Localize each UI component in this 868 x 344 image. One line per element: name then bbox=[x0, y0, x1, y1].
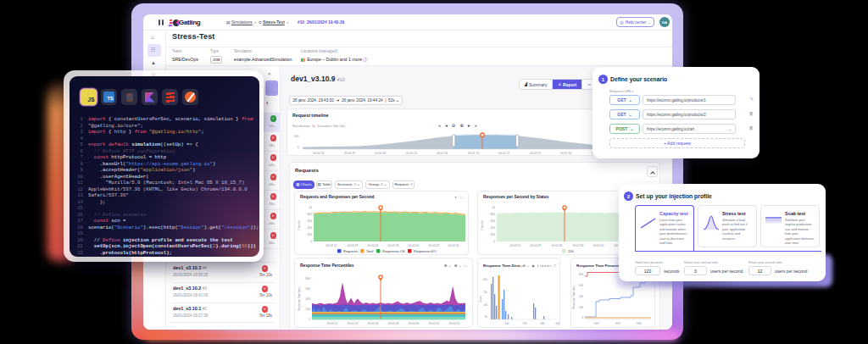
svg-text:400: 400 bbox=[307, 226, 312, 230]
svg-text:20k: 20k bbox=[483, 278, 487, 281]
svg-text:00:02:19: 00:02:19 bbox=[348, 244, 359, 247]
svg-text:00:02:26: 00:02:26 bbox=[368, 244, 379, 247]
svg-text:800: 800 bbox=[579, 273, 583, 276]
svg-text:400: 400 bbox=[490, 226, 495, 230]
svg-text:600: 600 bbox=[490, 219, 495, 223]
svg-text:600: 600 bbox=[305, 287, 310, 291]
svg-text:00:02:33: 00:02:33 bbox=[388, 244, 399, 247]
svg-text:00:02:12: 00:02:12 bbox=[326, 244, 337, 247]
svg-text:200: 200 bbox=[579, 306, 583, 309]
svg-text:00:02:47: 00:02:47 bbox=[429, 244, 440, 247]
svg-text:5k: 5k bbox=[485, 315, 488, 319]
svg-text:800: 800 bbox=[490, 213, 495, 216]
svg-text:00:02:33: 00:02:33 bbox=[573, 244, 584, 247]
svg-text:00:02:33: 00:02:33 bbox=[388, 322, 399, 325]
svg-text:800: 800 bbox=[307, 213, 312, 216]
svg-text:600: 600 bbox=[579, 284, 583, 287]
svg-text:480: 480 bbox=[540, 322, 544, 325]
svg-text:00:02:40: 00:02:40 bbox=[593, 244, 604, 247]
svg-text:00:02:54: 00:02:54 bbox=[449, 322, 460, 325]
svg-text:00:02:12: 00:02:12 bbox=[327, 322, 338, 325]
svg-text:640: 640 bbox=[555, 322, 559, 325]
svg-text:0: 0 bbox=[581, 316, 583, 319]
svg-text:800: 800 bbox=[305, 277, 310, 280]
svg-text:200: 200 bbox=[307, 233, 312, 236]
svg-text:Count/s: Count/s bbox=[298, 220, 301, 230]
svg-text:Count/s: Count/s bbox=[481, 220, 484, 230]
svg-text:320: 320 bbox=[522, 322, 526, 325]
svg-text:200: 200 bbox=[490, 233, 495, 236]
svg-text:Responses OK: Responses OK bbox=[382, 249, 405, 253]
svg-text:200: 200 bbox=[568, 249, 574, 253]
svg-text:Responses KO: Responses KO bbox=[414, 249, 437, 253]
svg-text:Response Time (ms): Response Time (ms) bbox=[298, 287, 301, 311]
svg-text:15k: 15k bbox=[483, 291, 487, 294]
svg-text:1k: 1k bbox=[309, 206, 313, 209]
svg-text:200: 200 bbox=[305, 308, 310, 311]
svg-text:00:02:26: 00:02:26 bbox=[552, 244, 563, 247]
svg-text:90%: 90% bbox=[594, 322, 599, 325]
svg-text:Total: Total bbox=[366, 249, 374, 253]
svg-text:00:02:40: 00:02:40 bbox=[409, 244, 420, 247]
svg-text:00:02:26: 00:02:26 bbox=[368, 322, 379, 325]
svg-text:400: 400 bbox=[305, 297, 310, 301]
svg-text:0: 0 bbox=[309, 318, 310, 321]
svg-text:Response Time (ms): Response Time (ms) bbox=[572, 286, 576, 309]
svg-text:00:02:12: 00:02:12 bbox=[510, 244, 521, 247]
svg-text:0: 0 bbox=[493, 240, 495, 243]
svg-text:99%: 99% bbox=[637, 322, 642, 325]
svg-text:95%: 95% bbox=[615, 322, 620, 325]
svg-text:00:02:40: 00:02:40 bbox=[409, 322, 420, 325]
svg-text:00:02:19: 00:02:19 bbox=[531, 244, 542, 247]
svg-text:10k: 10k bbox=[483, 303, 487, 307]
svg-text:00:02:54: 00:02:54 bbox=[448, 244, 459, 247]
svg-text:0: 0 bbox=[310, 240, 312, 243]
svg-text:400: 400 bbox=[579, 295, 583, 298]
svg-text:00:02:47: 00:02:47 bbox=[429, 322, 440, 325]
svg-text:00:02:19: 00:02:19 bbox=[348, 322, 359, 325]
svg-text:1k: 1k bbox=[492, 206, 496, 209]
svg-text:160: 160 bbox=[504, 322, 509, 325]
svg-text:600: 600 bbox=[307, 219, 312, 223]
svg-text:Requests: Requests bbox=[343, 249, 358, 253]
svg-text:Count: Count bbox=[479, 296, 482, 302]
